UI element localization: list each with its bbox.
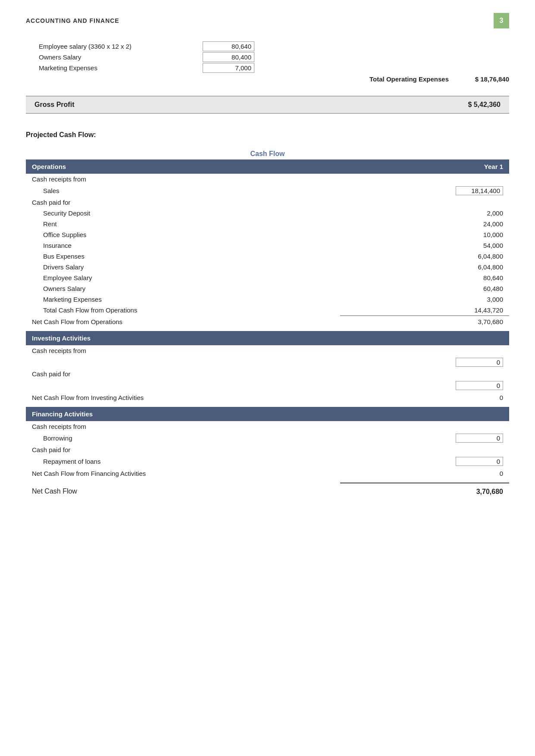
cf-item-value-1: 24,000 [340, 219, 509, 229]
cf-investing-receipts-value: 0 [340, 356, 509, 369]
cf-item-label-6: Employee Salary [26, 272, 340, 283]
cf-section-header-row: Cash Flow [26, 147, 509, 159]
cf-net-investing-value: 0 [340, 392, 509, 403]
cf-financing-receipts-label-row: Cash receipts from [26, 421, 509, 432]
cf-item-1: Rent 24,000 [26, 219, 509, 229]
expense-label-1: Owners Salary [26, 53, 198, 61]
cf-item-value-7: 60,480 [340, 283, 509, 294]
spacer-2 [26, 403, 509, 407]
cf-cash-paid-label: Cash paid for [26, 197, 340, 208]
cf-repayment-label: Repayment of loans [26, 455, 340, 468]
cash-flow-table: Cash Flow Operations Year 1 Cash receipt… [26, 147, 509, 500]
cf-financing-header-label: Financing Activities [26, 407, 340, 421]
cf-net-investing-row: Net Cash Flow from Investing Activities … [26, 392, 509, 403]
cf-cash-paid-label-row: Cash paid for [26, 197, 509, 208]
cf-cash-receipts-label-row: Cash receipts from [26, 174, 509, 184]
cf-financing-header-row: Financing Activities [26, 407, 509, 421]
cf-item-value-6: 80,640 [340, 272, 509, 283]
cf-borrowing-row: Borrowing 0 [26, 432, 509, 444]
cf-item-label-8: Marketing Expenses [26, 294, 340, 305]
cf-item-5: Drivers Salary 6,04,800 [26, 262, 509, 272]
cf-investing-paid-value-row: 0 [26, 379, 509, 392]
cf-cash-receipts-label: Cash receipts from [26, 174, 340, 184]
cf-item-label-9: Total Cash Flow from Operations [26, 305, 340, 316]
cf-sales-value: 18,14,400 [340, 184, 509, 197]
cf-item-label-5: Drivers Salary [26, 262, 340, 272]
cf-net-operations-label: Net Cash Flow from Operations [26, 316, 340, 328]
cf-financing-paid-label-row: Cash paid for [26, 444, 509, 455]
cf-item-label-0: Security Deposit [26, 208, 340, 219]
cf-investing-receipts-value-row: 0 [26, 356, 509, 369]
cf-item-value-2: 10,000 [340, 229, 509, 240]
cf-item-6: Employee Salary 80,640 [26, 272, 509, 283]
cf-sales-row: Sales 18,14,400 [26, 184, 509, 197]
cf-item-value-5: 6,04,800 [340, 262, 509, 272]
cf-net-operations-value: 3,70,680 [340, 316, 509, 328]
cf-item-value-8: 3,000 [340, 294, 509, 305]
cf-repayment-row: Repayment of loans 0 [26, 455, 509, 468]
cf-financing-paid-label: Cash paid for [26, 444, 340, 455]
operating-expenses-section: Employee salary (3360 x 12 x 2) 80,640 O… [26, 41, 509, 83]
cf-borrowing-label: Borrowing [26, 432, 340, 444]
cf-investing-receipts-label-row: Cash receipts from [26, 345, 509, 356]
cf-item-8: Marketing Expenses 3,000 [26, 294, 509, 305]
cf-borrowing-value: 0 [340, 432, 509, 444]
expense-row-1: Owners Salary 80,400 [26, 52, 509, 62]
cf-investing-receipts-label: Cash receipts from [26, 345, 340, 356]
projected-cash-flow-title: Projected Cash Flow: [26, 131, 509, 139]
cf-item-9: Total Cash Flow from Operations 14,43,72… [26, 305, 509, 316]
spacer-3 [26, 479, 509, 483]
cf-investing-header-row: Investing Activities [26, 331, 509, 345]
expense-row-0: Employee salary (3360 x 12 x 2) 80,640 [26, 41, 509, 51]
cf-item-value-3: 54,000 [340, 240, 509, 251]
page-number: 3 [494, 13, 509, 28]
cf-item-label-2: Office Supplies [26, 229, 340, 240]
cf-item-7: Owners Salary 60,480 [26, 283, 509, 294]
cf-net-investing-label: Net Cash Flow from Investing Activities [26, 392, 340, 403]
cf-final-row: Net Cash Flow 3,70,680 [26, 483, 509, 500]
cf-item-2: Office Supplies 10,000 [26, 229, 509, 240]
expense-label-2: Marketing Expenses [26, 64, 198, 72]
cf-investing-paid-label-row: Cash paid for [26, 369, 509, 379]
cf-investing-paid-value: 0 [340, 379, 509, 392]
cf-net-operations-row: Net Cash Flow from Operations 3,70,680 [26, 316, 509, 328]
spacer-1 [26, 328, 509, 331]
cf-investing-header-label: Investing Activities [26, 331, 340, 345]
cf-item-3: Insurance 54,000 [26, 240, 509, 251]
total-operating-label: Total Operating Expenses [369, 75, 449, 83]
gross-profit-label: Gross Profit [34, 101, 74, 109]
expense-row-2: Marketing Expenses 7,000 [26, 63, 509, 73]
page-header: ACCOUNTING AND FINANCE 3 [26, 13, 509, 28]
expense-label-0: Employee salary (3360 x 12 x 2) [26, 43, 198, 50]
cf-item-4: Bus Expenses 6,04,800 [26, 251, 509, 262]
cf-item-0: Security Deposit 2,000 [26, 208, 509, 219]
cf-financing-receipts-label: Cash receipts from [26, 421, 340, 432]
cf-operations-col-label: Operations [26, 159, 340, 174]
cf-item-label-7: Owners Salary [26, 283, 340, 294]
cf-item-label-1: Rent [26, 219, 340, 229]
total-operating-value: $ 18,76,840 [457, 75, 509, 83]
page-title: ACCOUNTING AND FINANCE [26, 17, 119, 24]
cf-year1-col-label: Year 1 [340, 159, 509, 174]
cf-net-financing-row: Net Cash Flow from Financing Activities … [26, 468, 509, 479]
cf-operations-header-row: Operations Year 1 [26, 159, 509, 174]
cf-item-value-4: 6,04,800 [340, 251, 509, 262]
expense-value-0: 80,640 [203, 41, 254, 51]
gross-profit-value: $ 5,42,360 [468, 101, 501, 109]
cf-final-value: 3,70,680 [340, 483, 509, 500]
cf-net-financing-label: Net Cash Flow from Financing Activities [26, 468, 340, 479]
cf-item-value-9: 14,43,720 [340, 305, 509, 316]
cf-item-label-3: Insurance [26, 240, 340, 251]
total-operating-row: Total Operating Expenses $ 18,76,840 [26, 75, 509, 83]
cf-repayment-value: 0 [340, 455, 509, 468]
cf-net-financing-value: 0 [340, 468, 509, 479]
cf-item-label-4: Bus Expenses [26, 251, 340, 262]
cf-item-value-0: 2,000 [340, 208, 509, 219]
expense-value-1: 80,400 [203, 52, 254, 62]
expense-value-2: 7,000 [203, 63, 254, 73]
cf-sales-label: Sales [26, 184, 340, 197]
cf-section-header: Cash Flow [26, 147, 509, 159]
cf-final-label: Net Cash Flow [26, 483, 340, 500]
cf-investing-paid-label: Cash paid for [26, 369, 340, 379]
gross-profit-row: Gross Profit $ 5,42,360 [26, 96, 509, 114]
